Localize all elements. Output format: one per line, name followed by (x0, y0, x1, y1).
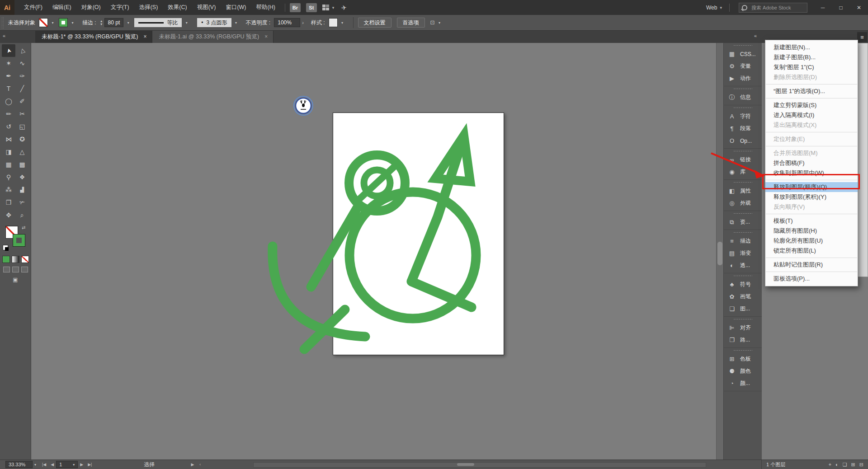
stroke-color-swatch[interactable] (59, 18, 68, 27)
direct-selection-tool[interactable]: ▷ (15, 44, 29, 57)
bridge-button[interactable]: Br (290, 3, 301, 12)
panel-group-handle[interactable] (733, 319, 752, 320)
align-panel[interactable]: ⊫对齐 (724, 322, 762, 334)
layers-menu-item[interactable]: 新建图层(N)... (765, 42, 858, 52)
delete-selection-icon[interactable]: ⊟ (859, 462, 863, 468)
gpu-performance-icon[interactable]: ✈ (341, 4, 347, 11)
preferences-button[interactable]: 首选项 (397, 18, 425, 28)
chevron-down-icon[interactable]: ▾ (73, 463, 75, 467)
layers-menu-item[interactable]: “图层 1”的选项(O)... (765, 86, 858, 96)
fill-color-swatch[interactable] (39, 18, 48, 27)
screen-mode-icon[interactable]: ▣ (0, 277, 31, 283)
symbols-panel[interactable]: ♣符号 (724, 278, 762, 291)
actions-panel[interactable]: ▶动作 (724, 72, 762, 84)
close-button[interactable]: ✕ (850, 0, 868, 15)
panel-group-handle[interactable] (733, 182, 752, 183)
document-tab[interactable]: 未标题-1* @ 33.33% (RGB/GPU 预览)× (35, 30, 152, 43)
document-setup-button[interactable]: 文档设置 (358, 18, 392, 28)
info-panel[interactable]: ⓘ信息 (724, 91, 762, 103)
layers-menu-item[interactable]: 粘贴时记住图层(R) (765, 260, 858, 270)
panel-flyout-menu-icon[interactable]: ≡ (857, 32, 867, 42)
drag-grip[interactable] (1, 17, 5, 28)
none-button[interactable] (21, 256, 29, 263)
mesh-tool[interactable]: ▦ (2, 158, 15, 171)
panel-group-handle[interactable] (733, 232, 752, 234)
chevron-down-icon[interactable]: ▾ (125, 18, 132, 27)
minimize-button[interactable]: ─ (814, 0, 832, 15)
layers-menu-item[interactable]: 建立剪切蒙版(S) (765, 100, 858, 110)
color-panel[interactable]: ⚈颜色 (724, 365, 762, 377)
draw-behind-icon[interactable] (12, 267, 19, 272)
style-swatch[interactable] (329, 18, 338, 27)
status-expand-icon[interactable]: ▶ (191, 462, 194, 467)
layers-menu-item[interactable]: 锁定所有图层(L) (765, 246, 858, 256)
paragraph-panel[interactable]: ¶段落 (724, 122, 762, 135)
zoom-level-field[interactable]: 33.33% (5, 461, 33, 468)
variables-panel[interactable]: ⚙变量 (724, 60, 762, 72)
paintbrush-tool[interactable]: ✐ (15, 95, 29, 108)
gradient-button[interactable] (12, 256, 19, 263)
artboard-tool[interactable]: ❐ (2, 196, 15, 209)
graph-tool[interactable]: ▟ (15, 183, 29, 196)
stock-search[interactable] (739, 3, 807, 13)
tab-close-icon[interactable]: × (264, 33, 268, 40)
slice-tool[interactable]: ✃ (15, 196, 29, 209)
first-artboard-icon[interactable]: |◀ (42, 462, 46, 467)
document-tab[interactable]: 未标题-1.ai @ 33.33% (RGB/GPU 预览)× (152, 30, 274, 43)
last-artboard-icon[interactable]: ▶| (88, 462, 92, 467)
make-clip-mask-icon[interactable]: ◐ (835, 462, 839, 468)
chevron-down-icon[interactable]: ▾ (332, 5, 335, 10)
rotate-tool[interactable]: ↺ (2, 120, 15, 133)
menubar-item[interactable]: 编辑(E) (47, 0, 76, 15)
stock-button[interactable]: St (306, 3, 317, 12)
blend-tool[interactable]: ❖ (15, 171, 29, 183)
swap-fill-stroke-icon[interactable]: ⇄ (22, 225, 25, 230)
layers-menu-item[interactable]: 拼合图稿(F) (765, 158, 858, 168)
menubar-item[interactable]: 文字(T) (106, 0, 134, 15)
appearance-panel[interactable]: ◎外观 (724, 197, 762, 209)
menubar-item[interactable]: 文件(F) (19, 0, 47, 15)
selection-tool[interactable]: ➤ (2, 44, 15, 57)
collapse-panels-icon[interactable]: « (754, 33, 757, 38)
layers-menu-item[interactable]: 新建子图层(B)... (765, 52, 858, 62)
horizontal-scrollbar-thumb[interactable] (457, 463, 474, 466)
menubar-item[interactable]: 帮助(H) (251, 0, 280, 15)
menubar-item[interactable]: 窗口(W) (221, 0, 251, 15)
css-properties-panel[interactable]: ▦CSS... (724, 48, 762, 60)
pen-tool[interactable]: ✒ (2, 70, 15, 82)
opacity-field[interactable]: 100% (274, 18, 300, 27)
opentype-panel[interactable]: OOp... (724, 135, 762, 147)
panel-group-handle[interactable] (733, 45, 752, 47)
align-options-icon[interactable]: ⊡ (430, 19, 435, 26)
previous-artboard-icon[interactable]: ◀ (51, 462, 54, 467)
new-layer-icon[interactable]: ⊞ (851, 462, 855, 468)
color-guide-panel[interactable]: ◔颜... (724, 377, 762, 389)
layers-menu-item[interactable]: 收集到新图层中(W) (765, 168, 858, 178)
shape-builder-tool[interactable]: ◨ (2, 145, 15, 158)
eyedropper-tool[interactable]: ⚲ (2, 171, 15, 183)
puppet-warp-tool[interactable]: ✪ (15, 133, 29, 145)
gradient-panel[interactable]: ▤渐变 (724, 247, 762, 259)
logo-sticker-object[interactable] (294, 96, 313, 115)
layers-menu-item[interactable]: 释放到图层(累积)(Y) (765, 192, 858, 202)
artboard-number-field[interactable]: 1 ▾ (56, 461, 78, 468)
draw-inside-icon[interactable] (21, 267, 28, 272)
draw-normal-icon[interactable] (3, 267, 10, 272)
layers-menu-item[interactable]: 模板(T) (765, 216, 858, 226)
panel-group-handle[interactable] (733, 150, 752, 152)
scroll-left-icon[interactable]: ‹ (199, 462, 201, 467)
layers-menu-item[interactable]: 进入隔离模式(I) (765, 110, 858, 120)
maximize-button[interactable]: □ (832, 0, 850, 15)
vertical-scrollbar[interactable] (716, 43, 724, 460)
opacity-more-icon[interactable]: › (302, 20, 304, 25)
panel-group-handle[interactable] (733, 88, 752, 90)
swatches-panel[interactable]: ⊞色板 (724, 353, 762, 365)
default-fill-stroke-icon[interactable] (3, 245, 8, 250)
gradient-tool[interactable]: ▩ (15, 158, 29, 171)
character-panel[interactable]: A字符 (724, 110, 762, 122)
links-panel[interactable]: ∞链接 (724, 154, 762, 166)
tab-close-icon[interactable]: × (143, 33, 146, 40)
stroke-profile-dropdown[interactable]: 等比 (134, 18, 182, 27)
search-input[interactable] (750, 5, 804, 11)
menubar-item[interactable]: 视图(V) (192, 0, 221, 15)
